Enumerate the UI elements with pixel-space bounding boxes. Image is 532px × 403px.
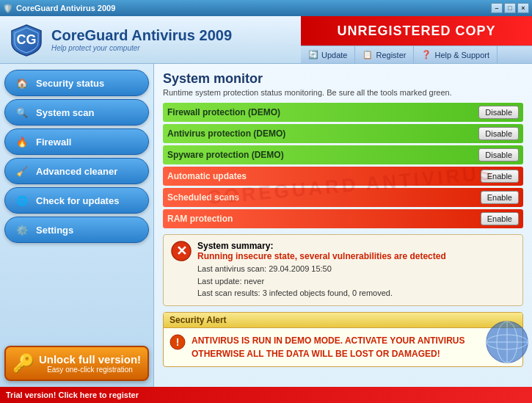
sidebar-item-check-updates[interactable]: 🌐 Check for updates <box>4 187 149 214</box>
summary-line-2: Last update: never <box>197 275 446 288</box>
monitor-btn-ram[interactable]: Enable <box>481 212 519 225</box>
gear-icon: ⚙️ <box>14 222 30 238</box>
sidebar-item-security-status[interactable]: 🏠 Security status <box>4 70 149 96</box>
monitor-row-antivirus: Antivirus protection (DEMO) Disable <box>163 124 523 143</box>
nav-register[interactable]: 📋 Register <box>355 46 414 63</box>
sidebar: 🏠 Security status 🔍 System scan 🔥 Firewa… <box>0 64 154 387</box>
nav-register-label: Register <box>376 51 406 59</box>
summary-line-1: Last antivirus scan: 29.04.2009 15:50 <box>197 263 446 275</box>
register-icon: 📋 <box>362 50 373 59</box>
header: CG CoreGuard Antivirus 2009 Help protect… <box>0 16 532 64</box>
logo-subtitle: Help protect your computer <box>51 44 232 52</box>
logo-title: CoreGuard Antivirus 2009 <box>51 27 232 44</box>
sidebar-item-advanced-cleaner[interactable]: 🧹 Advanced cleaner <box>4 158 149 184</box>
svg-text:CG: CG <box>17 32 37 47</box>
home-icon: 🏠 <box>14 75 30 91</box>
monitor-label-antivirus: Antivirus protection (DEMO) <box>167 128 478 139</box>
cleaner-icon: 🧹 <box>14 163 30 179</box>
monitor-row-auto-updates: Automatic updates Enable <box>163 167 523 186</box>
svg-text:✕: ✕ <box>176 244 187 258</box>
sidebar-item-settings[interactable]: ⚙️ Settings <box>4 217 149 243</box>
nav-help-label: Help & Support <box>434 51 489 59</box>
summary-title: System summary: <box>197 241 273 251</box>
search-icon: 🔍 <box>14 104 30 120</box>
unlock-title: Unlock full version! <box>39 353 141 366</box>
content-area: System monitor Runtime system protection… <box>154 64 532 387</box>
monitor-label-firewall: Firewall protection (DEMO) <box>167 107 478 117</box>
fire-icon: 🔥 <box>14 134 30 150</box>
shield-logo: CG <box>9 22 44 57</box>
app-icon: 🛡️ <box>3 4 13 13</box>
sidebar-label-system-scan: System scan <box>36 107 95 118</box>
monitor-btn-scheduled-scans[interactable]: Enable <box>481 191 519 204</box>
minimize-button[interactable]: – <box>491 3 503 13</box>
bottom-bar[interactable]: Trial version! Click here to register <box>0 387 532 403</box>
alert-message: ANTIVIRUS IS RUN IN DEMO MODE. ACTIVATE … <box>192 334 517 360</box>
monitor-row-scheduled-scans: Scheduled scans Enable <box>163 188 523 207</box>
summary-line-3: Last scan results: 3 infected objects fo… <box>197 287 446 299</box>
monitor-label-ram: RAM protection <box>167 214 481 224</box>
logo-text: CoreGuard Antivirus 2009 Help protect yo… <box>51 27 232 52</box>
header-right: UNREGISTERED COPY 🔄 Update 📋 Register ❓ … <box>301 16 532 63</box>
key-icon: 🔑 <box>12 353 34 374</box>
sidebar-label-security-status: Security status <box>36 78 104 89</box>
unregistered-text: UNREGISTERED COPY <box>337 23 495 39</box>
unregistered-banner: UNREGISTERED COPY <box>301 16 532 46</box>
nav-help[interactable]: ❓ Help & Support <box>414 46 498 63</box>
help-icon: ❓ <box>421 50 431 59</box>
header-nav: 🔄 Update 📋 Register ❓ Help & Support <box>301 46 532 63</box>
close-button[interactable]: × <box>517 3 529 13</box>
unlock-subtitle: Easy one-click registration <box>39 366 141 374</box>
globe-icon: 🌐 <box>14 192 30 208</box>
monitor-btn-spyware[interactable]: Disable <box>478 148 519 161</box>
nav-update-label: Update <box>321 51 347 59</box>
monitor-btn-antivirus[interactable]: Disable <box>478 127 519 140</box>
main-layout: 🏠 Security status 🔍 System scan 🔥 Firewa… <box>0 64 532 387</box>
titlebar-title: 🛡️ CoreGuard Antivirus 2009 <box>3 4 115 13</box>
warning-icon: ✕ <box>171 241 192 299</box>
titlebar-controls: – □ × <box>491 3 529 13</box>
monitor-row-firewall: Firewall protection (DEMO) Disable <box>163 103 523 122</box>
summary-warning: Running insecure state, several vulnerab… <box>197 251 446 261</box>
monitor-row-ram: RAM protection Enable <box>163 209 523 228</box>
bottom-bar-text: Trial version! Click here to register <box>6 391 139 399</box>
alert-icon: ! <box>170 334 186 354</box>
monitor-label-auto-updates: Automatic updates <box>167 171 481 181</box>
update-icon: 🔄 <box>308 50 318 59</box>
sidebar-item-system-scan[interactable]: 🔍 System scan <box>4 99 149 126</box>
app-title: CoreGuard Antivirus 2009 <box>16 4 115 12</box>
alert-box: Security Alert ! ANTIVIRUS IS RUN IN DEM… <box>163 312 523 367</box>
sidebar-item-firewall[interactable]: 🔥 Firewall <box>4 128 149 155</box>
svg-text:!: ! <box>176 336 180 348</box>
summary-box: ✕ System summary: Running insecure state… <box>163 234 523 306</box>
alert-header-text: Security Alert <box>170 315 227 325</box>
monitor-btn-auto-updates[interactable]: Enable <box>481 170 519 183</box>
monitor-label-scheduled-scans: Scheduled scans <box>167 192 481 203</box>
maximize-button[interactable]: □ <box>504 3 516 13</box>
unlock-full-version[interactable]: 🔑 Unlock full version! Easy one-click re… <box>4 346 149 381</box>
red-rows-container: COREGUARD ANTIVIRUS Automatic updates En… <box>163 167 523 228</box>
page-subtitle: Runtime system protection status monitor… <box>163 88 523 97</box>
summary-detail: Last antivirus scan: 29.04.2009 15:50 La… <box>197 263 446 299</box>
page-title: System monitor <box>163 71 523 87</box>
monitor-row-spyware: Spyware protection (DEMO) Disable <box>163 145 523 164</box>
sidebar-label-check-updates: Check for updates <box>36 195 119 206</box>
header-logo: CG CoreGuard Antivirus 2009 Help protect… <box>0 16 301 63</box>
summary-text: System summary: Running insecure state, … <box>197 241 446 299</box>
sidebar-label-firewall: Firewall <box>36 137 71 148</box>
monitor-btn-firewall[interactable]: Disable <box>478 106 519 119</box>
alert-content: ! ANTIVIRUS IS RUN IN DEMO MODE. ACTIVAT… <box>164 328 522 366</box>
sidebar-label-settings: Settings <box>36 225 73 236</box>
sidebar-label-advanced-cleaner: Advanced cleaner <box>36 166 117 177</box>
titlebar: 🛡️ CoreGuard Antivirus 2009 – □ × <box>0 0 532 16</box>
nav-update[interactable]: 🔄 Update <box>301 46 355 63</box>
monitor-label-spyware: Spyware protection (DEMO) <box>167 150 478 160</box>
alert-header: Security Alert <box>164 313 522 328</box>
